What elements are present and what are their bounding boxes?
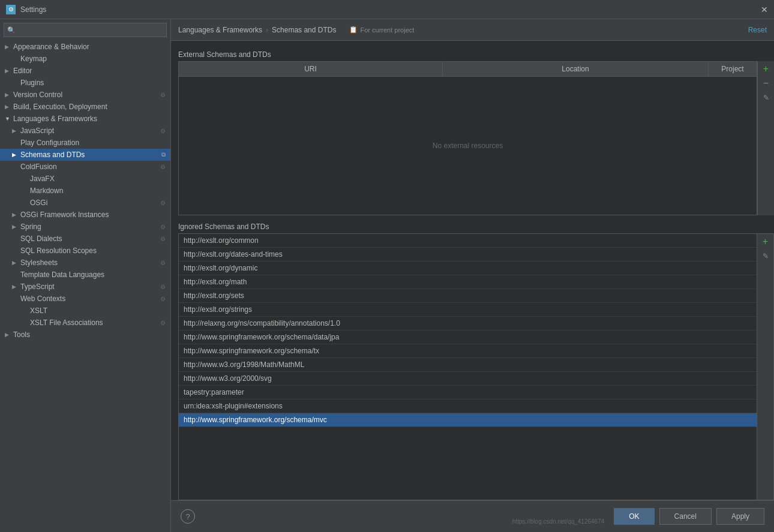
sidebar-item-editor[interactable]: ▶ Editor <box>0 65 170 77</box>
expand-arrow: ▶ <box>5 104 11 110</box>
sidebar-item-label: JavaFX <box>30 175 166 183</box>
sidebar-item-osgi-framework[interactable]: ▶ OSGi Framework Instances <box>0 209 170 221</box>
sidebar-item-template-data[interactable]: ▶ Template Data Languages <box>0 269 170 281</box>
list-item[interactable]: http://exslt.org/sets <box>179 289 757 303</box>
reset-button[interactable]: Reset <box>748 26 767 34</box>
expand-arrow: ▶ <box>12 224 18 230</box>
cancel-button[interactable]: Cancel <box>659 508 712 525</box>
bottom-right: https://blog.csdn.net/qq_41264674 OK Can… <box>512 508 764 525</box>
external-remove-button[interactable]: − <box>760 77 773 90</box>
sidebar-item-label: Play Configuration <box>20 139 166 147</box>
list-item[interactable]: http://exslt.org/dates-and-times <box>179 248 757 262</box>
list-item[interactable]: http://www.w3.org/1998/Math/MathML <box>179 358 757 372</box>
sidebar-item-javafx[interactable]: ▶ JavaFX <box>0 173 170 185</box>
apply-button[interactable]: Apply <box>716 508 764 525</box>
sidebar-item-play-config[interactable]: ▶ Play Configuration <box>0 137 170 149</box>
external-edit-button[interactable]: ✎ <box>760 91 773 104</box>
sidebar-item-label: OSGi <box>30 199 158 207</box>
bottom-bar: ? https://blog.csdn.net/qq_41264674 OK C… <box>171 500 774 532</box>
sidebar-item-appearance[interactable]: ▶ Appearance & Behavior <box>0 41 170 53</box>
sidebar-item-stylesheets[interactable]: ▶ Stylesheets ⚙ <box>0 257 170 269</box>
ignored-edit-button[interactable]: ✎ <box>759 250 772 263</box>
ok-button[interactable]: OK <box>614 508 654 525</box>
title-bar-left: ⚙ Settings <box>6 5 46 14</box>
sidebar-item-build[interactable]: ▶ Build, Execution, Deployment <box>0 101 170 113</box>
app-icon: ⚙ <box>6 5 16 14</box>
sidebar-item-markdown[interactable]: ▶ Markdown <box>0 185 170 197</box>
breadcrumb-separator: › <box>266 26 268 34</box>
sidebar-item-osgi[interactable]: ▶ OSGi ⚙ <box>0 197 170 209</box>
title-bar: ⚙ Settings ✕ <box>0 0 774 19</box>
sidebar: 🔍 ▶ Appearance & Behavior ▶ Keymap ▶ Edi… <box>0 19 171 532</box>
main-panel: External Schemas and DTDs URI Location P… <box>171 41 774 500</box>
sidebar-item-label: Spring <box>20 223 158 231</box>
main-container: 🔍 ▶ Appearance & Behavior ▶ Keymap ▶ Edi… <box>0 19 774 532</box>
list-item[interactable]: http://exslt.org/dynamic <box>179 262 757 275</box>
content-panel: Languages & Frameworks › Schemas and DTD… <box>171 19 774 532</box>
sidebar-item-spring[interactable]: ▶ Spring ⚙ <box>0 221 170 233</box>
breadcrumb-part2: Schemas and DTDs <box>272 26 336 34</box>
sidebar-item-label: SQL Dialects <box>20 235 158 243</box>
list-item[interactable]: http://www.springframework.org/schema/tx <box>179 344 757 358</box>
external-table-wrapper: URI Location Project No external resourc… <box>178 61 774 215</box>
sidebar-item-label: Version Control <box>13 91 158 99</box>
settings-icon: ⚙ <box>160 284 166 290</box>
ignored-list-container: http://exslt.org/common http://exslt.org… <box>178 233 774 500</box>
close-button[interactable]: ✕ <box>761 5 768 14</box>
sidebar-item-label: ColdFusion <box>20 163 158 171</box>
sidebar-item-label: TypeScript <box>20 282 158 291</box>
empty-text: No external resources <box>433 142 503 150</box>
sidebar-item-sql-resolution[interactable]: ▶ SQL Resolution Scopes <box>0 245 170 257</box>
sidebar-item-web-contexts[interactable]: ▶ Web Contexts ⚙ <box>0 293 170 305</box>
help-button[interactable]: ? <box>181 509 195 524</box>
list-item[interactable]: http://exslt.org/strings <box>179 303 757 317</box>
project-badge: 📋 For current project <box>349 26 414 34</box>
expand-arrow: ▶ <box>12 152 18 158</box>
breadcrumb-left: Languages & Frameworks › Schemas and DTD… <box>178 26 414 34</box>
sidebar-item-label: Build, Execution, Deployment <box>13 103 166 111</box>
list-item[interactable]: http://exslt.org/common <box>179 234 757 248</box>
search-input[interactable] <box>4 23 167 37</box>
settings-icon: ⚙ <box>160 128 166 134</box>
ignored-section: Ignored Schemas and DTDs http://exslt.or… <box>171 220 774 500</box>
sidebar-item-label: Web Contexts <box>20 294 158 303</box>
sidebar-item-xslt-file[interactable]: ▶ XSLT File Associations ⚙ <box>0 317 170 329</box>
sidebar-item-keymap[interactable]: ▶ Keymap <box>0 53 170 65</box>
list-item[interactable]: http://exslt.org/math <box>179 275 757 289</box>
ignored-add-button[interactable]: + <box>759 235 772 248</box>
list-item[interactable]: http://www.springframework.org/schema/da… <box>179 330 757 344</box>
sidebar-item-coldfusion[interactable]: ▶ ColdFusion ⚙ <box>0 161 170 173</box>
sidebar-item-tools[interactable]: ▶ Tools <box>0 329 170 341</box>
col-header-project: Project <box>709 62 757 76</box>
sidebar-item-xslt[interactable]: ▶ XSLT <box>0 305 170 317</box>
ignored-section-title: Ignored Schemas and DTDs <box>171 220 774 233</box>
list-item[interactable]: http://relaxng.org/ns/compatibility/anno… <box>179 317 757 330</box>
sidebar-item-label: XSLT <box>30 306 166 315</box>
sidebar-item-languages[interactable]: ▼ Languages & Frameworks <box>0 113 170 125</box>
ignored-toolbar: + ✎ <box>757 234 773 500</box>
expand-arrow: ▶ <box>12 212 18 218</box>
sidebar-item-label: Editor <box>13 67 166 75</box>
col-header-uri: URI <box>179 62 443 76</box>
sidebar-item-version-control[interactable]: ▶ Version Control ⚙ <box>0 89 170 101</box>
sidebar-item-label: JavaScript <box>20 127 158 135</box>
sidebar-item-typescript[interactable]: ▶ TypeScript ⚙ <box>0 281 170 293</box>
sidebar-item-sql-dialects[interactable]: ▶ SQL Dialects ⚙ <box>0 233 170 245</box>
external-toolbar: + − ✎ <box>757 61 774 215</box>
sidebar-item-javascript[interactable]: ▶ JavaScript ⚙ <box>0 125 170 137</box>
external-add-button[interactable]: + <box>760 62 773 76</box>
list-item[interactable]: http://www.w3.org/2000/svg <box>179 372 757 386</box>
expand-arrow: ▶ <box>5 92 11 98</box>
settings-icon: ⚙ <box>160 92 166 98</box>
project-icon: 📋 <box>349 26 358 34</box>
list-item[interactable]: tapestry:parameter <box>179 386 757 399</box>
window-title: Settings <box>20 5 46 14</box>
breadcrumb-part1: Languages & Frameworks <box>178 26 262 34</box>
footnote: https://blog.csdn.net/qq_41264674 <box>512 518 604 525</box>
list-item[interactable]: urn:idea:xslt-plugin#extensions <box>179 399 757 413</box>
expand-arrow: ▶ <box>12 284 18 290</box>
sidebar-item-label: Appearance & Behavior <box>13 43 166 51</box>
sidebar-item-schemas[interactable]: ▶ Schemas and DTDs ⧉ <box>0 149 170 161</box>
list-item-selected[interactable]: http://www.springframework.org/schema/mv… <box>179 413 757 427</box>
sidebar-item-plugins[interactable]: ▶ Plugins <box>0 77 170 89</box>
